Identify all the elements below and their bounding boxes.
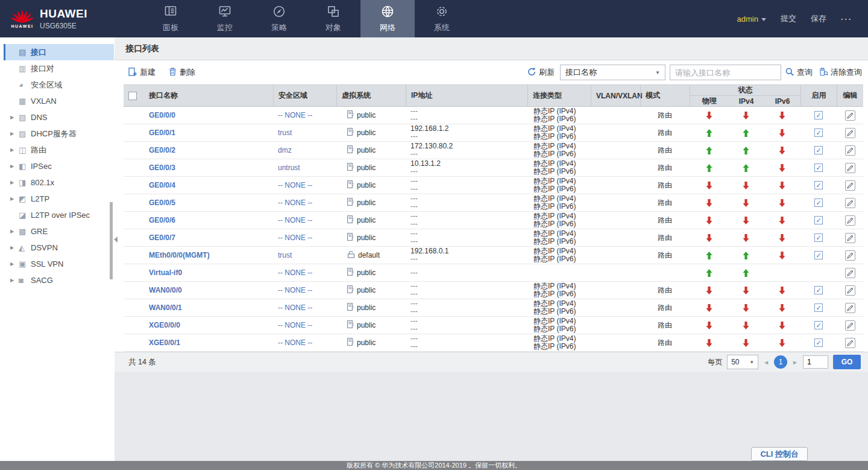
edit-icon[interactable] — [845, 198, 855, 208]
edit-icon[interactable] — [845, 338, 855, 348]
edit-icon[interactable] — [845, 320, 855, 331]
nav-tab-system[interactable]: 系统 — [415, 0, 469, 37]
more-menu-button[interactable]: ··· — [841, 14, 852, 24]
commit-button[interactable]: 提交 — [781, 13, 796, 24]
edit-icon[interactable] — [845, 285, 855, 296]
security-zone-link[interactable]: -- NONE -- — [278, 303, 312, 312]
expand-arrow-icon[interactable]: ▶ — [10, 229, 19, 234]
security-zone-link[interactable]: dmz — [278, 146, 292, 154]
nav-tab-monitor[interactable]: 监控 — [198, 0, 252, 37]
edit-icon[interactable] — [845, 215, 855, 226]
security-zone-link[interactable]: trust — [278, 129, 292, 137]
edit-icon[interactable] — [845, 250, 855, 261]
enable-checkbox[interactable]: ✓ — [814, 146, 823, 154]
sidebar-item-route[interactable]: ▶◫路由 — [4, 142, 114, 158]
sidebar-item-ssl-vpn[interactable]: ▶▣SSL VPN — [4, 256, 114, 272]
enable-checkbox[interactable]: ✓ — [814, 129, 823, 137]
user-menu[interactable]: admin — [737, 14, 766, 24]
interface-name-link[interactable]: XGE0/0/0 — [149, 321, 180, 329]
sidebar-item-interface[interactable]: ▤接口 — [4, 44, 114, 60]
expand-arrow-icon[interactable]: ▶ — [10, 278, 19, 283]
nav-tab-dashboard[interactable]: 面板 — [143, 0, 198, 37]
enable-checkbox[interactable]: ✓ — [814, 181, 823, 189]
goto-page-input[interactable] — [803, 355, 828, 369]
interface-name-link[interactable]: GE0/0/5 — [149, 198, 175, 207]
sidebar-collapse-handle[interactable] — [114, 237, 118, 243]
sidebar-item-dns[interactable]: ▶▧DNS — [4, 109, 114, 125]
enable-checkbox[interactable]: ✓ — [814, 111, 823, 119]
security-zone-link[interactable]: -- NONE -- — [278, 321, 312, 329]
enable-checkbox[interactable]: ✓ — [814, 233, 823, 242]
security-zone-link[interactable]: -- NONE -- — [278, 268, 312, 277]
expand-arrow-icon[interactable]: ▶ — [10, 180, 19, 185]
sidebar-scrollbar[interactable] — [110, 202, 113, 279]
nav-tab-policy[interactable]: 策略 — [252, 0, 306, 37]
nav-tab-network[interactable]: 网络 — [360, 0, 415, 37]
sidebar-item-gre[interactable]: ▶▩GRE — [4, 223, 114, 240]
edit-icon[interactable] — [845, 180, 855, 191]
interface-name-link[interactable]: GE0/0/1 — [149, 129, 175, 137]
edit-icon[interactable] — [845, 128, 855, 138]
interface-name-link[interactable]: GE0/0/7 — [149, 233, 175, 242]
delete-button[interactable]: 删除 — [169, 67, 195, 78]
security-zone-link[interactable]: -- NONE -- — [278, 181, 312, 189]
interface-name-link[interactable]: GE0/0/3 — [149, 164, 175, 172]
enable-checkbox[interactable]: ✓ — [814, 216, 823, 224]
expand-arrow-icon[interactable]: ▶ — [10, 147, 19, 153]
prev-page-button[interactable]: ◄ — [763, 359, 769, 366]
save-button[interactable]: 保存 — [811, 13, 826, 24]
sidebar-item-interface-pair[interactable]: ▥接口对 — [4, 60, 114, 77]
enable-checkbox[interactable]: ✓ — [814, 198, 823, 207]
current-page-button[interactable]: 1 — [774, 355, 787, 369]
enable-checkbox[interactable]: ✓ — [814, 164, 823, 172]
enable-checkbox[interactable]: ✓ — [814, 303, 823, 312]
sidebar-item-dsvpn[interactable]: ▶◭DSVPN — [4, 240, 114, 256]
sidebar-item-sacg[interactable]: ▶◙SACG — [4, 272, 114, 288]
new-button[interactable]: 新建 — [128, 67, 156, 78]
expand-arrow-icon[interactable]: ▶ — [10, 261, 19, 267]
security-zone-link[interactable]: -- NONE -- — [278, 111, 312, 119]
go-button[interactable]: GO — [833, 355, 861, 369]
query-button[interactable]: 查询 — [785, 67, 813, 78]
enable-checkbox[interactable]: ✓ — [814, 321, 823, 329]
security-zone-link[interactable]: -- NONE -- — [278, 198, 312, 207]
edit-icon[interactable] — [845, 233, 855, 243]
sidebar-item-dhcp-server[interactable]: ▶▨DHCP服务器 — [4, 125, 114, 142]
edit-icon[interactable] — [845, 110, 855, 121]
sidebar-item-dot1x[interactable]: ▶◨802.1x — [4, 174, 114, 191]
edit-icon[interactable] — [845, 163, 855, 173]
expand-arrow-icon[interactable]: ▶ — [10, 196, 19, 202]
interface-name-link[interactable]: GE0/0/6 — [149, 216, 175, 224]
expand-arrow-icon[interactable]: ▶ — [10, 131, 19, 136]
security-zone-link[interactable]: -- NONE -- — [278, 216, 312, 224]
interface-name-link[interactable]: GE0/0/2 — [149, 146, 175, 154]
security-zone-link[interactable]: -- NONE -- — [278, 338, 312, 347]
cli-console-button[interactable]: CLI 控制台 — [751, 447, 808, 461]
enable-checkbox[interactable]: ✓ — [814, 251, 823, 259]
edit-icon[interactable] — [845, 303, 855, 313]
edit-icon[interactable] — [845, 145, 855, 156]
sidebar-item-l2tp-over-ipsec[interactable]: ◪L2TP over IPSec — [4, 207, 114, 223]
select-all-checkbox[interactable] — [128, 92, 137, 100]
sidebar-item-ipsec[interactable]: ▶◧IPSec — [4, 158, 114, 174]
interface-name-link[interactable]: WAN0/0/0 — [149, 286, 182, 294]
refresh-button[interactable]: 刷新 — [527, 67, 555, 78]
interface-name-link[interactable]: GE0/0/4 — [149, 181, 175, 189]
interface-name-link[interactable]: WAN0/0/1 — [149, 303, 182, 312]
enable-checkbox[interactable]: ✓ — [814, 338, 823, 347]
expand-arrow-icon[interactable]: ▶ — [10, 245, 19, 250]
security-zone-link[interactable]: trust — [278, 251, 292, 259]
security-zone-link[interactable]: -- NONE -- — [278, 233, 312, 242]
interface-name-link[interactable]: XGE0/0/1 — [149, 338, 180, 347]
interface-name-link[interactable]: GE0/0/0 — [149, 111, 175, 119]
sidebar-item-l2tp[interactable]: ▶◩L2TP — [4, 191, 114, 207]
security-zone-link[interactable]: -- NONE -- — [278, 286, 312, 294]
filter-field-select[interactable]: 接口名称 ▼ — [560, 65, 665, 80]
sidebar-item-security-zone[interactable]: ◕安全区域 — [4, 77, 114, 93]
clear-query-button[interactable]: 清除查询 — [819, 67, 862, 78]
per-page-select[interactable]: 50 ▼ — [727, 355, 758, 369]
interface-name-link[interactable]: Virtual-if0 — [149, 268, 182, 277]
enable-checkbox[interactable]: ✓ — [814, 286, 823, 294]
next-page-button[interactable]: ► — [792, 359, 798, 366]
interface-name-link[interactable]: MEth0/0/0(MGMT) — [149, 251, 210, 259]
